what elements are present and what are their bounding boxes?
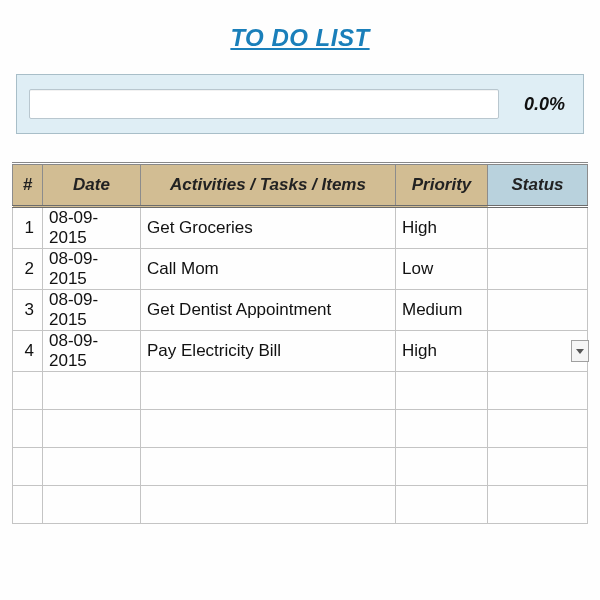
cell-task[interactable]: Call Mom: [141, 249, 396, 290]
cell-number[interactable]: 2: [13, 249, 43, 290]
cell-task[interactable]: Get Dentist Appointment: [141, 290, 396, 331]
page-title: TO DO LIST: [230, 24, 369, 51]
cell-status[interactable]: [488, 290, 588, 331]
cell-priority[interactable]: [396, 486, 488, 524]
cell-number[interactable]: [13, 486, 43, 524]
cell-number[interactable]: [13, 448, 43, 486]
table-row: [13, 486, 588, 524]
col-header-number[interactable]: #: [13, 164, 43, 207]
cell-number[interactable]: [13, 372, 43, 410]
cell-number[interactable]: [13, 410, 43, 448]
cell-number[interactable]: 4: [13, 331, 43, 372]
cell-priority[interactable]: [396, 372, 488, 410]
table-row: 108-09-2015Get GroceriesHigh: [13, 207, 588, 249]
cell-task[interactable]: Pay Electricity Bill: [141, 331, 396, 372]
cell-priority[interactable]: Low: [396, 249, 488, 290]
cell-status[interactable]: [488, 249, 588, 290]
cell-task[interactable]: Get Groceries: [141, 207, 396, 249]
cell-status[interactable]: [488, 448, 588, 486]
col-header-status[interactable]: Status: [488, 164, 588, 207]
cell-status[interactable]: [488, 372, 588, 410]
status-dropdown-button[interactable]: [571, 340, 589, 362]
table-row: [13, 372, 588, 410]
cell-date[interactable]: 08-09-2015: [43, 249, 141, 290]
cell-date[interactable]: [43, 486, 141, 524]
cell-date[interactable]: 08-09-2015: [43, 207, 141, 249]
cell-priority[interactable]: [396, 448, 488, 486]
cell-priority[interactable]: High: [396, 331, 488, 372]
progress-bar: [29, 89, 499, 119]
table-row: [13, 410, 588, 448]
cell-status[interactable]: [488, 486, 588, 524]
cell-priority[interactable]: [396, 410, 488, 448]
table-row: 308-09-2015Get Dentist AppointmentMedium: [13, 290, 588, 331]
cell-number[interactable]: 3: [13, 290, 43, 331]
col-header-priority[interactable]: Priority: [396, 164, 488, 207]
cell-status[interactable]: [488, 410, 588, 448]
cell-task[interactable]: [141, 410, 396, 448]
table-row: 208-09-2015Call MomLow: [13, 249, 588, 290]
svg-marker-0: [576, 349, 584, 354]
table-header-row: # Date Activities / Tasks / Items Priori…: [13, 164, 588, 207]
cell-date[interactable]: 08-09-2015: [43, 331, 141, 372]
table-row: [13, 448, 588, 486]
cell-date[interactable]: 08-09-2015: [43, 290, 141, 331]
cell-priority[interactable]: High: [396, 207, 488, 249]
progress-panel: 0.0%: [16, 74, 584, 134]
cell-date[interactable]: [43, 372, 141, 410]
col-header-task[interactable]: Activities / Tasks / Items: [141, 164, 396, 207]
cell-status[interactable]: [488, 207, 588, 249]
cell-task[interactable]: [141, 486, 396, 524]
cell-task[interactable]: [141, 372, 396, 410]
progress-percent: 0.0%: [509, 94, 571, 115]
cell-date[interactable]: [43, 410, 141, 448]
cell-task[interactable]: [141, 448, 396, 486]
todo-table: # Date Activities / Tasks / Items Priori…: [12, 162, 588, 524]
cell-number[interactable]: 1: [13, 207, 43, 249]
cell-status[interactable]: [488, 331, 588, 372]
table-row: 408-09-2015Pay Electricity BillHigh: [13, 331, 588, 372]
cell-date[interactable]: [43, 448, 141, 486]
col-header-date[interactable]: Date: [43, 164, 141, 207]
chevron-down-icon: [576, 349, 584, 354]
cell-priority[interactable]: Medium: [396, 290, 488, 331]
